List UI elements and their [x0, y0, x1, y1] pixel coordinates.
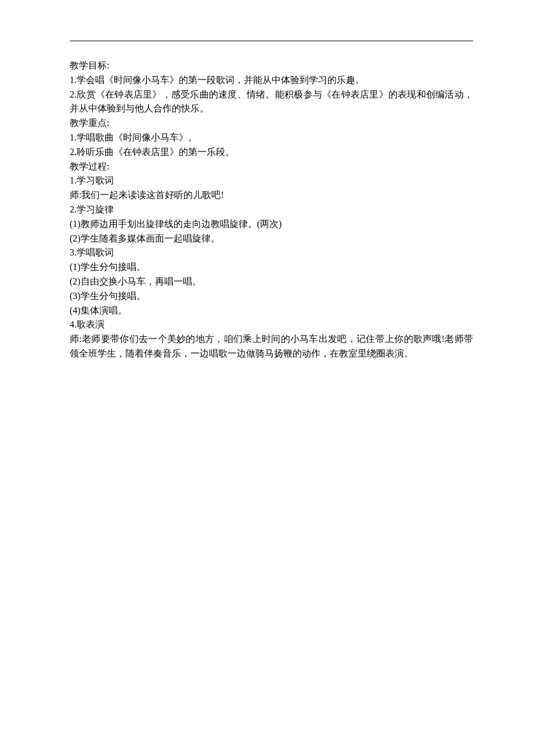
text-line: 教学过程:: [70, 160, 473, 174]
text-line: (2)学生随着多媒体画面一起唱旋律。: [70, 232, 473, 246]
text-line: 4.歌表演: [70, 318, 473, 332]
text-line: (2)自由交换小马车，再唱一唱。: [70, 275, 473, 289]
text-line: 教学重点:: [70, 116, 473, 131]
text-line: (4)集体演唱。: [70, 304, 473, 318]
horizontal-rule: [70, 41, 473, 41]
text-line: 2.欣赏《在钟表店里》，感受乐曲的速度、情绪。能积极参与《在钟表店里》的表现和创…: [70, 88, 473, 117]
document-page: 教学目标:1.学会唱《时间像小马车》的第一段歌词，并能从中体验到学习的乐趣。2.…: [0, 0, 534, 756]
text-line: 1.学习歌词: [70, 174, 473, 188]
document-body: 教学目标:1.学会唱《时间像小马车》的第一段歌词，并能从中体验到学习的乐趣。2.…: [70, 59, 473, 361]
text-line: 教学目标:: [70, 59, 473, 73]
text-line: 1.学唱歌曲《时间像小马车》。: [70, 131, 473, 145]
text-line: 1.学会唱《时间像小马车》的第一段歌词，并能从中体验到学习的乐趣。: [70, 73, 473, 88]
text-line: 师:我们一起来读读这首好听的儿歌吧!: [70, 188, 473, 203]
text-line: 师:老师要带你们去一个美妙的地方，咱们乘上时间的小马车出发吧，记住带上你的歌声哦…: [70, 332, 473, 361]
text-line: (1)教师边用手划出旋律线的走向边教唱旋律。(两次): [70, 217, 473, 232]
text-line: (3)学生分句接唱。: [70, 289, 473, 304]
text-line: 3.学唱歌词: [70, 246, 473, 260]
text-line: 2.聆听乐曲《在钟表店里》的第一乐段。: [70, 145, 473, 160]
text-line: 2.学习旋律: [70, 203, 473, 217]
text-line: (1)学生分句接唱。: [70, 260, 473, 275]
